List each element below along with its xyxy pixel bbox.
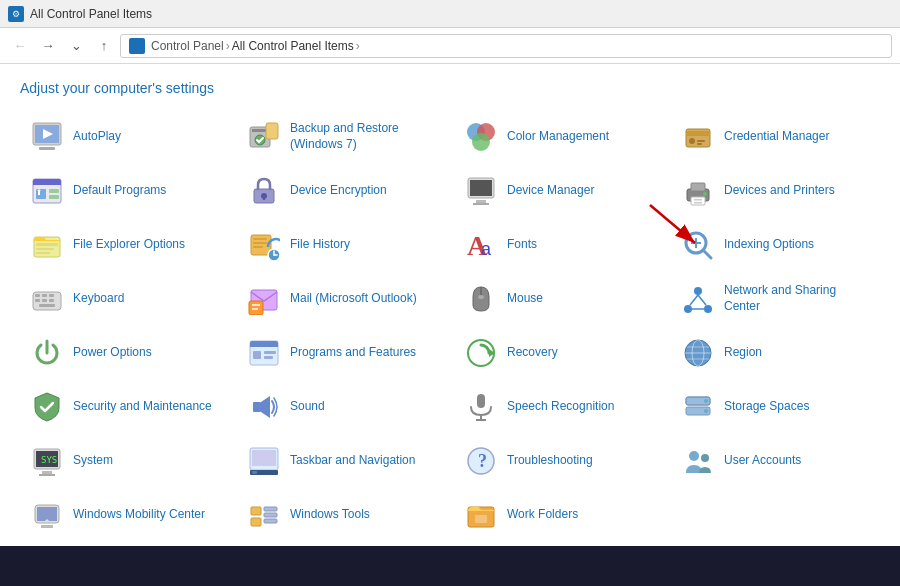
control-item-taskbar-navigation[interactable]: Taskbar and Navigation	[237, 436, 446, 486]
device-encryption-label[interactable]: Device Encryption	[290, 183, 387, 199]
system-label[interactable]: System	[73, 453, 113, 469]
svg-rect-43	[253, 238, 267, 240]
address-bar[interactable]: Control Panel › All Control Panel Items …	[120, 34, 892, 58]
control-item-system[interactable]: SYSSystem	[20, 436, 229, 486]
svg-rect-35	[694, 199, 702, 201]
control-item-network-sharing[interactable]: Network and Sharing Center	[671, 274, 880, 324]
control-item-credential-manager[interactable]: Credential Manager	[671, 112, 880, 162]
control-item-mail[interactable]: Mail (Microsoft Outlook)	[237, 274, 446, 324]
autoplay-icon	[29, 119, 65, 155]
control-item-autoplay[interactable]: AutoPlay	[20, 112, 229, 162]
control-item-color-management[interactable]: Color Management	[454, 112, 663, 162]
svg-rect-33	[691, 183, 705, 191]
control-item-default-programs[interactable]: Default Programs	[20, 166, 229, 216]
autoplay-label[interactable]: AutoPlay	[73, 129, 121, 145]
mail-label[interactable]: Mail (Microsoft Outlook)	[290, 291, 417, 307]
svg-rect-30	[476, 200, 486, 203]
network-sharing-label[interactable]: Network and Sharing Center	[724, 283, 871, 314]
speech-recognition-label[interactable]: Speech Recognition	[507, 399, 614, 415]
taskbar	[0, 546, 900, 586]
nav-bar: ← → ⌄ ↑ Control Panel › All Control Pane…	[0, 28, 900, 64]
control-item-mouse[interactable]: Mouse	[454, 274, 663, 324]
backup-restore-label[interactable]: Backup and Restore (Windows 7)	[290, 121, 437, 152]
file-explorer-label[interactable]: File Explorer Options	[73, 237, 185, 253]
sound-label[interactable]: Sound	[290, 399, 325, 415]
control-item-device-manager[interactable]: Device Manager	[454, 166, 663, 216]
control-item-file-history[interactable]: File History	[237, 220, 446, 270]
windows-mobility-icon	[29, 497, 65, 533]
svg-point-109	[689, 451, 699, 461]
windows-mobility-label[interactable]: Windows Mobility Center	[73, 507, 205, 523]
svg-rect-59	[35, 299, 40, 302]
svg-line-73	[698, 295, 706, 305]
forward-button[interactable]: →	[36, 34, 60, 58]
breadcrumb: Control Panel	[151, 39, 224, 53]
control-item-device-encryption[interactable]: Device Encryption	[237, 166, 446, 216]
up-button[interactable]: ↑	[92, 34, 116, 58]
file-history-icon	[246, 227, 282, 263]
control-item-troubleshooting[interactable]: ?Troubleshooting	[454, 436, 663, 486]
svg-text:?: ?	[478, 451, 487, 471]
window-title: All Control Panel Items	[30, 7, 152, 21]
programs-features-label[interactable]: Programs and Features	[290, 345, 416, 361]
indexing-icon	[680, 227, 716, 263]
control-item-backup-restore[interactable]: Backup and Restore (Windows 7)	[237, 112, 446, 162]
svg-rect-22	[49, 189, 59, 193]
svg-rect-117	[264, 513, 277, 517]
title-bar: ⚙ All Control Panel Items	[0, 0, 900, 28]
control-item-power-options[interactable]: Power Options	[20, 328, 229, 378]
user-accounts-icon	[680, 443, 716, 479]
user-accounts-label[interactable]: User Accounts	[724, 453, 801, 469]
svg-rect-23	[49, 195, 59, 199]
control-item-windows-tools[interactable]: Windows Tools	[237, 490, 446, 540]
windows-tools-label[interactable]: Windows Tools	[290, 507, 370, 523]
indexing-label[interactable]: Indexing Options	[724, 237, 814, 253]
svg-rect-39	[36, 243, 58, 246]
control-item-sound[interactable]: Sound	[237, 382, 446, 432]
svg-rect-120	[475, 515, 487, 523]
svg-point-97	[704, 409, 708, 413]
region-label[interactable]: Region	[724, 345, 762, 361]
control-item-keyboard[interactable]: Keyboard	[20, 274, 229, 324]
credential-manager-label[interactable]: Credential Manager	[724, 129, 829, 145]
control-item-storage-spaces[interactable]: Storage Spaces	[671, 382, 880, 432]
recovery-label[interactable]: Recovery	[507, 345, 558, 361]
breadcrumb-sep-2: ›	[356, 39, 360, 53]
control-item-windows-mobility[interactable]: Windows Mobility Center	[20, 490, 229, 540]
color-management-label[interactable]: Color Management	[507, 129, 609, 145]
control-item-security-maintenance[interactable]: Security and Maintenance	[20, 382, 229, 432]
power-options-label[interactable]: Power Options	[73, 345, 152, 361]
control-item-fonts[interactable]: AaFonts	[454, 220, 663, 270]
work-folders-label[interactable]: Work Folders	[507, 507, 578, 523]
svg-text:a: a	[481, 239, 492, 259]
control-item-devices-printers[interactable]: Devices and Printers	[671, 166, 880, 216]
fonts-label[interactable]: Fonts	[507, 237, 537, 253]
back-button[interactable]: ←	[8, 34, 32, 58]
svg-point-70	[684, 305, 692, 313]
control-item-region[interactable]: Region	[671, 328, 880, 378]
recent-button[interactable]: ⌄	[64, 34, 88, 58]
control-item-file-explorer[interactable]: File Explorer Options	[20, 220, 229, 270]
device-encryption-icon	[246, 173, 282, 209]
taskbar-navigation-label[interactable]: Taskbar and Navigation	[290, 453, 415, 469]
storage-spaces-label[interactable]: Storage Spaces	[724, 399, 809, 415]
control-item-recovery[interactable]: Recovery	[454, 328, 663, 378]
svg-rect-113	[41, 525, 53, 528]
device-manager-label[interactable]: Device Manager	[507, 183, 594, 199]
security-maintenance-label[interactable]: Security and Maintenance	[73, 399, 212, 415]
mouse-label[interactable]: Mouse	[507, 291, 543, 307]
troubleshooting-label[interactable]: Troubleshooting	[507, 453, 593, 469]
control-item-user-accounts[interactable]: User Accounts	[671, 436, 880, 486]
control-item-work-folders[interactable]: Work Folders	[454, 490, 663, 540]
control-item-speech-recognition[interactable]: Speech Recognition	[454, 382, 663, 432]
svg-rect-64	[249, 301, 263, 315]
device-manager-icon	[463, 173, 499, 209]
backup-restore-icon	[246, 119, 282, 155]
keyboard-label[interactable]: Keyboard	[73, 291, 124, 307]
svg-rect-17	[697, 143, 702, 145]
control-item-indexing[interactable]: Indexing Options	[671, 220, 880, 270]
devices-printers-label[interactable]: Devices and Printers	[724, 183, 835, 199]
default-programs-label[interactable]: Default Programs	[73, 183, 166, 199]
file-history-label[interactable]: File History	[290, 237, 350, 253]
control-item-programs-features[interactable]: Programs and Features	[237, 328, 446, 378]
